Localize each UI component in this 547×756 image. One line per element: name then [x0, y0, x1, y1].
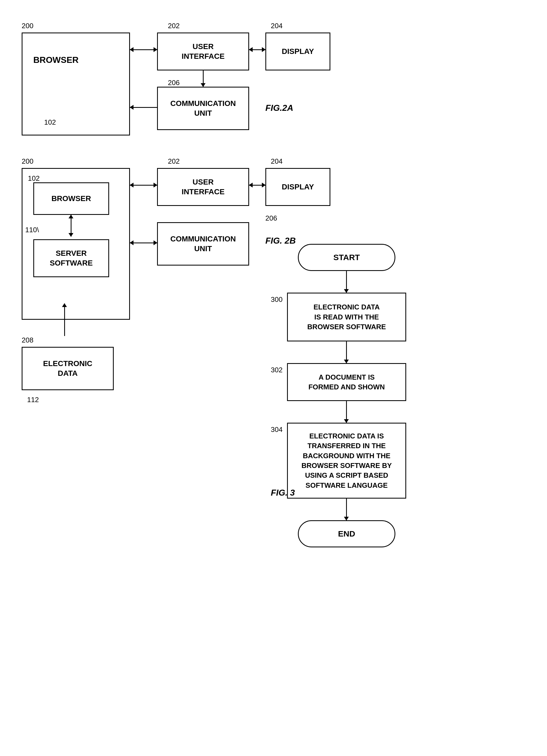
fig2b-ref-208: 208 [22, 336, 33, 344]
fig2b-arrow-browser-ui [130, 185, 157, 186]
page: 200 BROWSER 102 202 204 USER INTERFACE D… [0, 0, 547, 756]
fig2a-display-box: DISPLAY [266, 33, 330, 70]
fig2b-ref-204: 204 [271, 157, 282, 166]
fig2a-ref-206: 206 [168, 79, 180, 87]
fig2b-ref-110: 110\ [25, 226, 39, 234]
fig2b-arrow-browser-server [71, 215, 72, 237]
fig2b-outer-box: 102 BROWSER 110\ SERVER SOFTWARE [22, 168, 130, 320]
fig3-step300-box: ELECTRONIC DATA IS READ WITH THE BROWSER… [287, 293, 406, 341]
fig2b-server-software-box: SERVER SOFTWARE [33, 239, 109, 277]
fig2a-user-interface-box: USER INTERFACE [157, 33, 249, 70]
fig2a-ref-102: 102 [44, 118, 56, 127]
fig3-label: FIG. 3 [271, 488, 295, 498]
fig2b-ref-202: 202 [168, 157, 180, 166]
fig2b-arrow-outer-comm [130, 243, 157, 243]
fig2b-vline-electronicdata [64, 303, 65, 336]
fig3-arrow-300-302 [346, 341, 347, 363]
fig2b-display-box: DISPLAY [266, 168, 330, 206]
fig3-arrow-302-304 [346, 401, 347, 423]
fig3-step302-box: A DOCUMENT IS FORMED AND SHOWN [287, 363, 406, 401]
fig2a-comm-unit-box: COMMUNICATION UNIT [157, 87, 249, 130]
fig3-ref-304: 304 [271, 425, 282, 434]
fig2b-ref-200: 200 [22, 157, 33, 166]
fig2b-user-interface-box: USER INTERFACE [157, 168, 249, 206]
fig2a-arrow-ui-display [249, 49, 266, 50]
fig2b-ref-206: 206 [266, 214, 277, 222]
fig2b-ref-112: 112 [27, 396, 39, 404]
fig2a-ref-200: 200 [22, 22, 33, 30]
fig3-ref-302: 302 [271, 366, 282, 374]
fig3-ref-300: 300 [271, 295, 282, 304]
fig2a-browser-label: BROWSER [33, 55, 79, 65]
fig2b-ref-102: 102 [28, 174, 40, 183]
fig2b-electronic-data-box: ELECTRONIC DATA [22, 347, 114, 390]
fig2a-ref-204: 204 [271, 22, 282, 30]
fig3-step304-box: ELECTRONIC DATA IS TRANSFERRED IN THE BA… [287, 423, 406, 499]
fig2b-label: FIG. 2B [266, 236, 296, 246]
fig2b-arrow-ui-display [249, 185, 266, 186]
fig2a-label: FIG.2A [266, 103, 293, 113]
fig2b-comm-unit-box: COMMUNICATION UNIT [157, 222, 249, 266]
fig3-arrow-start-300 [346, 271, 347, 293]
fig2a-arrow-browser-ui [130, 49, 157, 50]
fig3-arrow-304-end [346, 499, 347, 520]
fig2a-vline-ui-comm [203, 70, 204, 87]
fig3-start-oval: START [298, 244, 395, 271]
fig2b-browser-box: BROWSER [33, 182, 109, 215]
fig2a-ref-202: 202 [168, 22, 180, 30]
fig2a-browser-container: BROWSER 102 [22, 33, 130, 135]
fig2a-arrow-browser-comm [130, 107, 157, 108]
fig3-end-oval: END [298, 520, 395, 547]
